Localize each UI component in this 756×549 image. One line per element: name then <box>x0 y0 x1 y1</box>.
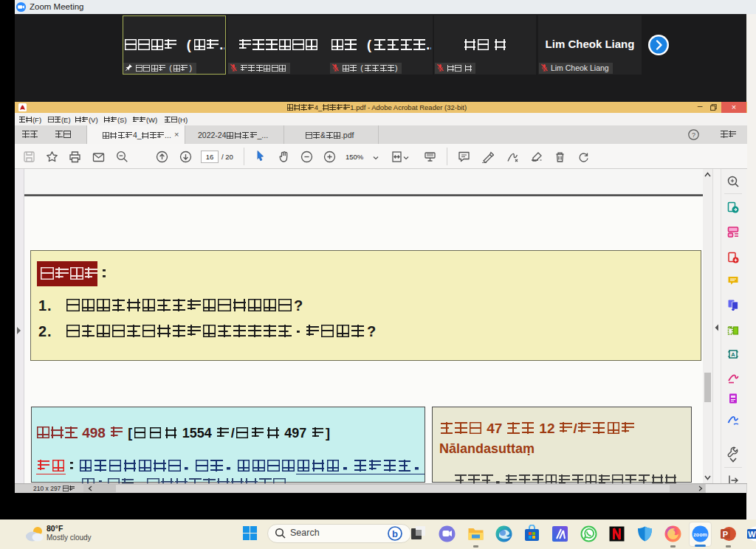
svg-text:b: b <box>392 528 398 539</box>
svg-text:zoom: zoom <box>693 532 707 537</box>
svg-text:W: W <box>748 530 756 539</box>
svg-text:A: A <box>731 351 735 358</box>
svg-text:?: ? <box>692 131 695 139</box>
svg-text:P: P <box>723 530 728 539</box>
